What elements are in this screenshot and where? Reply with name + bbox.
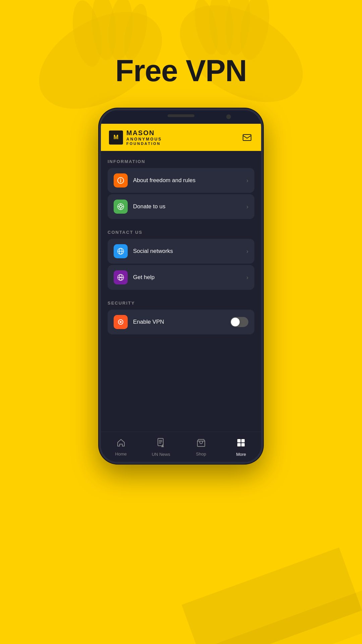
un-news-label: UN News bbox=[152, 452, 170, 457]
section-information: INFORMATION About freedom and rules › bbox=[101, 151, 261, 222]
bottom-nav: Home UN News bbox=[101, 432, 261, 462]
more-label: More bbox=[236, 452, 246, 457]
app-logo: M MASON ANONYMOUS FOUNDATION bbox=[109, 129, 162, 146]
email-button[interactable] bbox=[241, 131, 253, 144]
home-label: Home bbox=[115, 451, 127, 457]
logo-sub2: FOUNDATION bbox=[126, 142, 162, 146]
phone-frame: M MASON ANONYMOUS FOUNDATION INFORMATION bbox=[99, 108, 263, 464]
section-information-label: INFORMATION bbox=[108, 159, 254, 164]
logo-sub1: ANONYMOUS bbox=[126, 137, 162, 142]
svg-point-26 bbox=[120, 277, 121, 278]
phone-top-bar bbox=[101, 110, 261, 124]
shop-label: Shop bbox=[196, 451, 206, 457]
menu-item-get-help[interactable]: Get help › bbox=[108, 265, 254, 290]
vpn-toggle-container bbox=[230, 317, 248, 327]
get-help-label: Get help bbox=[133, 274, 241, 281]
about-freedom-icon bbox=[114, 173, 128, 187]
menu-item-enable-vpn[interactable]: Enable VPN bbox=[108, 310, 254, 334]
donate-icon bbox=[114, 200, 128, 214]
page-title: Free VPN bbox=[115, 54, 247, 88]
donate-chevron: › bbox=[246, 203, 248, 210]
svg-rect-32 bbox=[159, 443, 161, 443]
svg-rect-34 bbox=[237, 439, 241, 442]
menu-item-donate[interactable]: Donate to us › bbox=[108, 194, 254, 219]
svg-point-13 bbox=[120, 178, 121, 179]
nav-item-more[interactable]: More bbox=[221, 438, 261, 457]
app-content: M MASON ANONYMOUS FOUNDATION INFORMATION bbox=[101, 124, 261, 462]
enable-vpn-icon bbox=[114, 315, 128, 329]
social-networks-icon bbox=[114, 244, 128, 258]
un-news-icon bbox=[157, 438, 165, 450]
menu-item-about-freedom[interactable]: About freedom and rules › bbox=[108, 168, 254, 193]
social-networks-chevron: › bbox=[246, 248, 248, 255]
toggle-knob bbox=[231, 318, 240, 326]
svg-rect-35 bbox=[241, 439, 245, 442]
phone-camera bbox=[226, 114, 231, 119]
section-contact-label: CONTACT US bbox=[108, 230, 254, 235]
contact-items: Social networks › bbox=[108, 239, 254, 290]
shop-icon bbox=[197, 438, 205, 449]
information-items: About freedom and rules › bbox=[108, 168, 254, 219]
nav-item-un-news[interactable]: UN News bbox=[141, 438, 181, 457]
svg-rect-36 bbox=[237, 443, 241, 446]
enable-vpn-label: Enable VPN bbox=[133, 319, 225, 325]
donate-label: Donate to us bbox=[133, 203, 241, 210]
logo-name: MASON bbox=[126, 129, 162, 137]
get-help-chevron: › bbox=[246, 274, 248, 281]
svg-rect-30 bbox=[159, 440, 162, 441]
about-freedom-label: About freedom and rules bbox=[133, 177, 241, 184]
svg-rect-10 bbox=[243, 135, 251, 141]
logo-text: MASON ANONYMOUS FOUNDATION bbox=[126, 129, 162, 146]
home-icon bbox=[117, 438, 125, 449]
section-security: SECURITY Enable VPN bbox=[101, 292, 261, 337]
app-header: M MASON ANONYMOUS FOUNDATION bbox=[101, 124, 261, 151]
more-icon bbox=[236, 438, 246, 450]
menu-area: INFORMATION About freedom and rules › bbox=[101, 151, 261, 432]
section-security-label: SECURITY bbox=[108, 301, 254, 306]
svg-point-28 bbox=[120, 321, 121, 323]
logo-icon: M bbox=[109, 130, 123, 145]
vpn-toggle[interactable] bbox=[230, 317, 248, 327]
social-networks-label: Social networks bbox=[133, 248, 241, 255]
get-help-icon bbox=[114, 270, 128, 284]
security-items: Enable VPN bbox=[108, 310, 254, 334]
nav-item-shop[interactable]: Shop bbox=[181, 438, 221, 457]
menu-item-social-networks[interactable]: Social networks › bbox=[108, 239, 254, 264]
phone-speaker bbox=[168, 114, 194, 117]
svg-point-14 bbox=[119, 205, 122, 208]
svg-rect-37 bbox=[241, 443, 245, 446]
section-contact-us: CONTACT US Social networks › bbox=[101, 222, 261, 292]
about-freedom-chevron: › bbox=[246, 177, 248, 184]
nav-item-home[interactable]: Home bbox=[101, 438, 141, 457]
svg-rect-31 bbox=[159, 441, 162, 442]
